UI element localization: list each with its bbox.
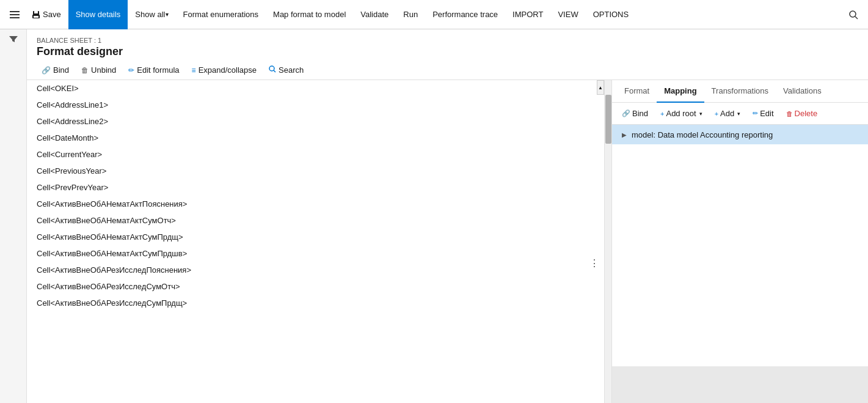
view-button[interactable]: VIEW xyxy=(550,0,585,29)
add-caret: ▾ xyxy=(737,111,740,117)
expand-icon[interactable]: ▶ xyxy=(619,130,629,139)
menu-icon[interactable] xyxy=(5,0,24,29)
main-toolbar: Save Show details Show all Format enumer… xyxy=(0,0,868,29)
svg-point-7 xyxy=(850,11,856,17)
list-item[interactable]: Cell<PreviousYear> xyxy=(27,163,604,179)
svg-line-10 xyxy=(274,70,275,72)
svg-rect-4 xyxy=(34,11,38,13)
tab-format[interactable]: Format xyxy=(617,80,657,103)
mapping-bind-icon: 🔗 xyxy=(622,109,630,117)
list-item[interactable]: Cell<AddressLine2> xyxy=(27,113,604,130)
mapping-tree: ▶ model: Data model Accounting reporting xyxy=(612,125,868,366)
page-title: Format designer xyxy=(37,45,858,58)
split-panel: ▲ ⋮ Cell<OKEI>Cell<AddressLine1>Cell<Add… xyxy=(27,80,868,403)
page-header: BALANCE SHEET : 1 Format designer xyxy=(27,29,868,61)
vertical-scrollbar[interactable] xyxy=(604,80,611,403)
options-button[interactable]: OPTIONS xyxy=(586,0,636,29)
list-item[interactable]: Cell<АктивВнеОбАНематАктСумОтч> xyxy=(27,212,604,229)
save-button[interactable]: Save xyxy=(24,0,68,29)
svg-line-8 xyxy=(855,17,858,19)
list-item[interactable]: Cell<АктивВнеОбАНематАктПояснения> xyxy=(27,196,604,212)
list-item[interactable]: Cell<АктивВнеОбАНематАктСумПрдщ> xyxy=(27,229,604,245)
scrollbar-thumb[interactable] xyxy=(605,95,611,144)
more-options-button[interactable]: ⋮ xyxy=(589,257,599,269)
add-root-icon: + xyxy=(660,110,664,117)
format-list: Cell<OKEI>Cell<AddressLine1>Cell<Address… xyxy=(27,80,604,311)
mapping-bind-button[interactable]: 🔗 Bind xyxy=(617,106,653,120)
search-button[interactable]: Search xyxy=(264,63,308,77)
list-item[interactable]: Cell<DateMonth> xyxy=(27,130,604,146)
content-area: BALANCE SHEET : 1 Format designer 🔗 Bind… xyxy=(27,29,868,403)
edit-formula-icon: ✏ xyxy=(128,66,134,75)
left-sidebar xyxy=(0,29,27,403)
show-all-button[interactable]: Show all xyxy=(128,0,175,29)
mapping-item-label: model: Data model Accounting reporting xyxy=(632,130,773,139)
list-item[interactable]: Cell<АктивВнеОбАРезИсследСумПрдщ> xyxy=(27,295,604,311)
expand-collapse-icon: ≡ xyxy=(192,66,196,75)
add-root-caret: ▾ xyxy=(699,111,702,117)
mapping-tree-item[interactable]: ▶ model: Data model Accounting reporting xyxy=(612,125,868,144)
map-format-to-model-button[interactable]: Map format to model xyxy=(266,0,353,29)
bind-icon: 🔗 xyxy=(42,66,51,75)
edit-button[interactable]: ✏ Edit xyxy=(748,106,778,120)
unbind-icon: 🗑 xyxy=(81,66,89,75)
tab-mapping[interactable]: Mapping xyxy=(657,80,704,103)
delete-icon: 🗑 xyxy=(786,110,793,117)
list-item[interactable]: Cell<AddressLine1> xyxy=(27,97,604,113)
global-search-icon[interactable] xyxy=(844,0,863,29)
format-panel[interactable]: ▲ ⋮ Cell<OKEI>Cell<AddressLine1>Cell<Add… xyxy=(27,80,611,403)
mapping-panel: Format Mapping Transformations Validatio… xyxy=(611,80,868,403)
svg-rect-1 xyxy=(10,14,20,15)
delete-button[interactable]: 🗑 Delete xyxy=(781,106,823,120)
show-details-button[interactable]: Show details xyxy=(68,0,128,29)
svg-rect-2 xyxy=(10,17,20,18)
svg-rect-0 xyxy=(10,11,20,12)
list-item[interactable]: Cell<АктивВнеОбАНематАктСумПрдшв> xyxy=(27,245,604,262)
list-item[interactable]: Cell<OKEI> xyxy=(27,80,604,97)
secondary-toolbar: 🔗 Bind 🗑 Unbind ✏ Edit formula ≡ Expand/… xyxy=(27,61,868,80)
search-icon xyxy=(269,65,276,75)
edit-icon: ✏ xyxy=(753,109,758,117)
run-button[interactable]: Run xyxy=(396,0,425,29)
mapping-tabs: Format Mapping Transformations Validatio… xyxy=(612,80,868,103)
breadcrumb: BALANCE SHEET : 1 xyxy=(37,37,858,44)
filter-icon[interactable] xyxy=(9,34,18,46)
svg-rect-6 xyxy=(34,16,38,18)
list-item[interactable]: Cell<CurrentYear> xyxy=(27,146,604,163)
add-root-button[interactable]: + Add root ▾ xyxy=(655,106,707,120)
add-icon: + xyxy=(715,110,718,117)
mapping-toolbar: 🔗 Bind + Add root ▾ + Add ▾ ✏ xyxy=(612,103,868,125)
unbind-button[interactable]: 🗑 Unbind xyxy=(76,63,121,77)
format-enumerations-button[interactable]: Format enumerations xyxy=(176,0,266,29)
list-item[interactable]: Cell<PrevPrevYear> xyxy=(27,179,604,196)
list-item[interactable]: Cell<АктивВнеОбАРезИсследПояснения> xyxy=(27,262,604,278)
import-button[interactable]: IMPORT xyxy=(505,0,550,29)
edit-formula-button[interactable]: ✏ Edit formula xyxy=(123,63,184,77)
tab-validations[interactable]: Validations xyxy=(776,80,829,103)
performance-trace-button[interactable]: Performance trace xyxy=(425,0,505,29)
validate-button[interactable]: Validate xyxy=(353,0,396,29)
svg-point-9 xyxy=(269,66,274,71)
add-button[interactable]: + Add ▾ xyxy=(710,106,746,120)
scroll-up-button[interactable]: ▲ xyxy=(597,80,604,95)
mapping-bottom xyxy=(612,366,868,403)
tab-transformations[interactable]: Transformations xyxy=(704,80,776,103)
bind-button[interactable]: 🔗 Bind xyxy=(37,63,74,77)
list-item[interactable]: Cell<АктивВнеОбАРезИсследСумОтч> xyxy=(27,278,604,295)
main-layout: BALANCE SHEET : 1 Format designer 🔗 Bind… xyxy=(0,29,868,403)
expand-collapse-button[interactable]: ≡ Expand/collapse xyxy=(187,63,261,77)
